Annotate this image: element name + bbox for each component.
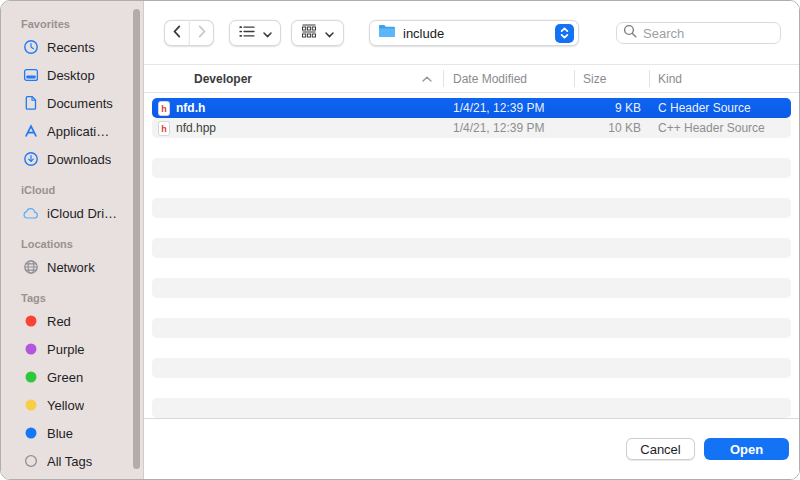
sidebar-item-red[interactable]: Red [1,307,143,335]
column-divider[interactable] [443,70,444,87]
size-cell: 10 KB [574,121,649,135]
file-open-dialog: FavoritesRecentsDesktopDocumentsApplicat… [0,0,800,480]
circle-outline-icon [22,453,39,470]
list-view-icon [239,24,255,42]
sidebar-item-desktop[interactable]: Desktop [1,61,143,89]
sidebar-section-label: Favorites [1,15,143,33]
column-divider[interactable] [574,70,575,87]
date-modified-cell: 1/4/21, 12:39 PM [443,101,574,115]
folder-dropdown[interactable]: include [369,20,579,46]
folder-icon [378,24,396,42]
document-icon [22,95,39,112]
sidebar-item-documents[interactable]: Documents [1,89,143,117]
sort-ascending-icon [422,76,443,82]
empty-row[interactable] [152,138,791,158]
tag-dot-icon [22,425,39,442]
group-view-button[interactable] [291,20,344,46]
tag-dot-icon [22,313,39,330]
size-cell: 9 KB [574,101,649,115]
sidebar-item-label: Desktop [47,68,95,83]
clock-icon [22,39,39,56]
cancel-button[interactable]: Cancel [626,438,695,460]
tag-dot-icon [22,369,39,386]
back-button[interactable] [164,20,189,46]
globe-icon [22,259,39,276]
column-header-developer[interactable]: Developer [144,72,443,86]
sidebar-item-label: Documents [47,96,113,111]
search-input[interactable] [641,25,774,42]
download-circle-icon [22,151,39,168]
group-view-icon [301,24,317,42]
sidebar-item-blue[interactable]: Blue [1,419,143,447]
open-button[interactable]: Open [704,438,789,460]
kind-cell: C Header Source [649,101,791,115]
empty-row[interactable] [152,178,791,198]
sidebar-item-downloads[interactable]: Downloads [1,145,143,173]
sidebar-item-recents[interactable]: Recents [1,33,143,61]
column-headers: Developer Date Modified Size Kind [144,65,799,93]
toolbar: include [144,1,799,65]
sidebar-item-label: Recents [47,40,95,55]
sidebar-item-yellow[interactable]: Yellow [1,391,143,419]
sidebar-sections: FavoritesRecentsDesktopDocumentsApplicat… [1,15,143,475]
sidebar-item-label: Purple [47,342,85,357]
file-row-nfd.h[interactable]: hnfd.h1/4/21, 12:39 PM9 KBC Header Sourc… [152,98,791,118]
chevron-left-icon [172,24,182,42]
date-modified-cell: 1/4/21, 12:39 PM [443,121,574,135]
empty-row[interactable] [152,338,791,358]
empty-row[interactable] [152,358,791,378]
file-name-cell: hnfd.h [152,101,443,116]
sidebar-item-green[interactable]: Green [1,363,143,391]
search-field[interactable] [616,22,781,44]
svg-text:h: h [161,123,167,133]
empty-row[interactable] [152,238,791,258]
cancel-button-label: Cancel [640,442,680,457]
file-name: nfd.hpp [176,121,216,135]
sidebar-item-label: Yellow [47,398,84,413]
h-file-icon: h [158,101,170,116]
sidebar-item-label: iCloud Dri… [47,206,117,221]
empty-row[interactable] [152,218,791,238]
sidebar-item-label: Red [47,314,71,329]
sidebar-section-favorites: FavoritesRecentsDesktopDocumentsApplicat… [1,15,143,173]
column-header-size[interactable]: Size [574,72,649,86]
file-list: hnfd.h1/4/21, 12:39 PM9 KBC Header Sourc… [144,93,799,418]
column-header-date-modified[interactable]: Date Modified [443,72,574,86]
tag-dot-icon [22,397,39,414]
sidebar-item-applicati[interactable]: Applicati… [1,117,143,145]
forward-button[interactable] [189,20,214,46]
sidebar-item-label: Green [47,370,83,385]
sidebar-item-label: Downloads [47,152,111,167]
list-view-button[interactable] [229,20,281,46]
sidebar-item-all-tags[interactable]: All Tags [1,447,143,475]
empty-row[interactable] [152,158,791,178]
empty-row[interactable] [152,298,791,318]
column-header-label: Developer [194,72,252,86]
sidebar-item-icloud-dri[interactable]: iCloud Dri… [1,199,143,227]
file-name-cell: hnfd.hpp [152,121,443,136]
sidebar-section-tags: TagsRedPurpleGreenYellowBlueAll Tags [1,289,143,475]
empty-row[interactable] [152,278,791,298]
sidebar-section-label: Tags [1,289,143,307]
sidebar: FavoritesRecentsDesktopDocumentsApplicat… [1,1,144,479]
column-header-kind[interactable]: Kind [649,72,799,86]
sidebar-scrollbar[interactable] [133,9,140,469]
sidebar-item-purple[interactable]: Purple [1,335,143,363]
footer: Cancel Open [144,418,799,479]
file-row-nfd.hpp[interactable]: hnfd.hpp1/4/21, 12:39 PM10 KBC++ Header … [152,118,791,138]
empty-row[interactable] [152,378,791,398]
empty-row[interactable] [152,198,791,218]
desktop-icon [22,67,39,84]
kind-cell: C++ Header Source [649,121,791,135]
open-button-label: Open [730,442,763,457]
empty-row[interactable] [152,398,791,418]
chevron-down-icon [263,24,272,42]
empty-row[interactable] [152,318,791,338]
column-divider[interactable] [649,70,650,87]
appstore-icon [22,123,39,140]
folder-dropdown-value: include [403,26,555,41]
file-name: nfd.h [176,101,205,115]
empty-row[interactable] [152,258,791,278]
sidebar-item-network[interactable]: Network [1,253,143,281]
sidebar-item-label: Applicati… [47,124,109,139]
